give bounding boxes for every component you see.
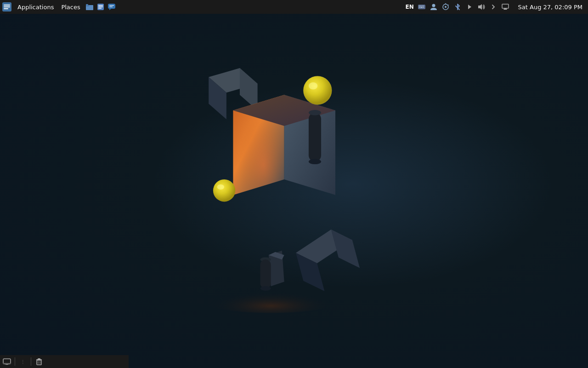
- svg-point-52: [213, 179, 235, 201]
- file-manager-icon[interactable]: [84, 1, 95, 12]
- chevron-right-icon[interactable]: [488, 1, 499, 12]
- svg-rect-61: [36, 359, 42, 360]
- svg-rect-41: [309, 113, 321, 161]
- svg-rect-13: [109, 5, 114, 6]
- applications-menu[interactable]: Applications: [14, 0, 57, 14]
- svg-rect-20: [419, 7, 420, 8]
- taskbar-separator: [15, 357, 15, 366]
- svg-rect-62: [38, 358, 40, 359]
- show-desktop-icon[interactable]: [2, 356, 12, 367]
- svg-rect-10: [98, 8, 102, 9]
- svg-rect-55: [260, 259, 271, 288]
- svg-rect-16: [419, 6, 420, 6]
- svg-rect-18: [422, 6, 423, 6]
- svg-rect-11: [108, 4, 115, 9]
- trash-icon[interactable]: [34, 356, 44, 367]
- svg-rect-32: [503, 9, 507, 10]
- wallpaper-scene: [0, 14, 588, 368]
- svg-rect-21: [420, 7, 423, 8]
- svg-rect-60: [37, 360, 41, 365]
- svg-rect-8: [98, 5, 103, 6]
- svg-rect-59: [6, 364, 8, 365]
- svg-rect-14: [109, 6, 113, 7]
- svg-point-56: [260, 286, 271, 291]
- svg-rect-31: [504, 8, 507, 9]
- svg-rect-58: [3, 363, 11, 364]
- display-icon[interactable]: [500, 1, 511, 12]
- audio-settings-icon[interactable]: [440, 1, 451, 12]
- keyboard-icon[interactable]: [416, 1, 427, 12]
- clock[interactable]: Sat Aug 27, 02:09 PM: [513, 0, 588, 14]
- system-tray: EN: [402, 0, 513, 14]
- chat-icon[interactable]: [106, 1, 117, 12]
- svg-marker-12: [109, 9, 111, 10]
- desktop: Applications Places: [0, 0, 588, 368]
- svg-point-23: [432, 4, 435, 7]
- taskbar-handle: ⋮: [18, 356, 28, 367]
- svg-rect-22: [423, 7, 424, 8]
- user-icon[interactable]: [428, 1, 439, 12]
- svg-rect-2: [4, 6, 10, 7]
- bottom-panel: ⋮: [0, 355, 129, 368]
- svg-rect-6: [86, 4, 88, 6]
- panel-right: EN: [402, 0, 588, 14]
- bluetooth-icon[interactable]: [452, 1, 463, 12]
- svg-point-51: [309, 82, 317, 89]
- svg-rect-3: [4, 8, 8, 9]
- taskbar-separator-2: [31, 357, 31, 366]
- svg-point-42: [309, 110, 321, 115]
- svg-rect-30: [502, 4, 509, 8]
- svg-point-43: [309, 159, 321, 164]
- system-icon[interactable]: [0, 0, 14, 14]
- svg-marker-28: [468, 5, 471, 9]
- top-panel: Applications Places: [0, 0, 588, 14]
- 3d-scene-svg: [152, 41, 381, 317]
- svg-rect-19: [423, 6, 424, 6]
- volume-icon[interactable]: [476, 1, 487, 12]
- panel-left: Applications Places: [0, 0, 117, 14]
- svg-point-25: [445, 6, 447, 8]
- svg-line-27: [448, 5, 448, 5]
- language-indicator[interactable]: EN: [404, 0, 415, 14]
- svg-rect-17: [420, 6, 421, 6]
- svg-point-49: [303, 76, 332, 104]
- svg-rect-1: [4, 5, 10, 6]
- task-manager-icon[interactable]: [95, 1, 106, 12]
- svg-marker-29: [478, 4, 482, 10]
- svg-rect-9: [98, 6, 103, 7]
- places-menu[interactable]: Places: [57, 0, 84, 14]
- forward-icon[interactable]: [464, 1, 475, 12]
- svg-point-53: [217, 184, 224, 190]
